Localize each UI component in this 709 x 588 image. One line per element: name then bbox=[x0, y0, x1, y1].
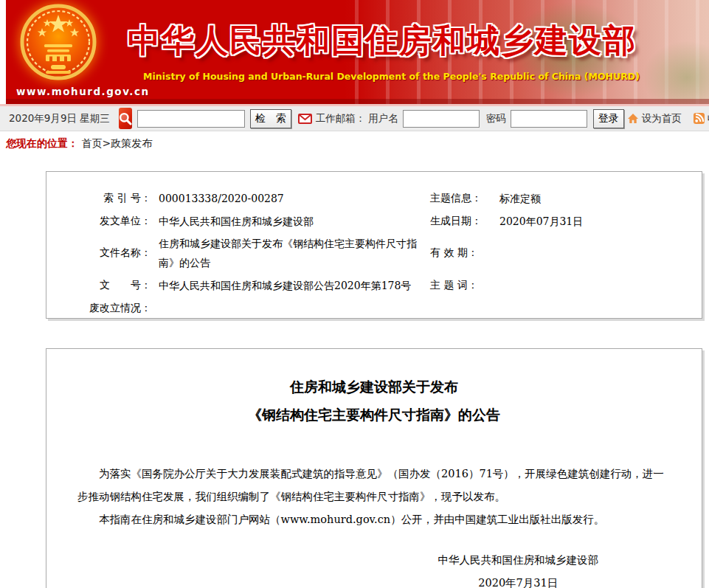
home-icon bbox=[627, 113, 639, 124]
announcement-body: 为落实《国务院办公厅关于大力发展装配式建筑的指导意见》（国办发（2016）71号… bbox=[77, 463, 665, 531]
meta-row-index-number: 索 引 号： 000013338/2020-00287 bbox=[61, 187, 430, 210]
meta-value: 000013338/2020-00287 bbox=[159, 189, 284, 208]
signature-date: 2020年7月31日 bbox=[438, 572, 599, 588]
set-homepage-label: 设为首页 bbox=[642, 112, 682, 125]
username-label: 用户名 bbox=[368, 112, 398, 125]
site-subtitle: Ministry of Housing and Urban-Rural Deve… bbox=[131, 71, 651, 82]
meta-label: 索 引 号： bbox=[61, 192, 151, 205]
metadata-right-column: 主题信息： 标准定额 生成日期： 2020年07月31日 有 效 期： 主 题 … bbox=[430, 187, 702, 318]
announcement-title-line2: 《钢结构住宅主要构件尺寸指南》的公告 bbox=[46, 401, 702, 429]
meta-label: 主题信息： bbox=[430, 192, 492, 205]
meta-label: 文 号： bbox=[61, 279, 151, 292]
rss-icon bbox=[694, 113, 705, 124]
search-button[interactable]: 检 索 bbox=[250, 109, 291, 128]
meta-label: 废改立情况： bbox=[61, 302, 151, 315]
header-bottom-band bbox=[6, 99, 709, 104]
announcement-paragraph: 为落实《国务院办公厅关于大力发展装配式建筑的指导意见》（国办发（2016）71号… bbox=[77, 463, 665, 508]
meta-row-topic-info: 主题信息： 标准定额 bbox=[430, 187, 702, 210]
meta-value: 住房和城乡建设部关于发布《钢结构住宅主要构件尺寸指南》的公告 bbox=[159, 234, 421, 272]
signature-organization: 中华人民共和国住房和城乡建设部 bbox=[438, 549, 599, 572]
search-icon[interactable] bbox=[119, 108, 132, 129]
favorite-link[interactable]: 收 bbox=[694, 112, 709, 125]
meta-row-issuing-unit: 发文单位： 中华人民共和国住房和城乡建设部 bbox=[61, 210, 430, 232]
breadcrumb-path[interactable]: 首页>政策发布 bbox=[81, 137, 152, 149]
meta-row-subject-words: 主 题 词： bbox=[430, 274, 702, 297]
set-homepage-link[interactable]: 设为首页 bbox=[627, 112, 682, 125]
username-input[interactable] bbox=[403, 110, 480, 128]
work-mailbox-label: 工作邮箱： bbox=[316, 112, 366, 125]
meta-value: 中华人民共和国住房和城乡建设部公告2020年第178号 bbox=[159, 276, 411, 295]
toolbar-right-links: 设为首页 收 bbox=[627, 112, 709, 125]
search-input[interactable] bbox=[137, 110, 245, 128]
breadcrumb-label: 您现在的位置： bbox=[6, 137, 78, 149]
meta-label: 发文单位： bbox=[61, 215, 151, 228]
meta-label: 有 效 期： bbox=[430, 246, 492, 260]
meta-label: 文件名称： bbox=[61, 246, 151, 260]
meta-row-repeal-status: 废改立情况： bbox=[61, 297, 430, 319]
meta-row-document-name: 文件名称： 住房和城乡建设部关于发布《钢结构住宅主要构件尺寸指南》的公告 bbox=[61, 232, 430, 274]
site-title: 中华人民共和国住房和城乡建设部 bbox=[128, 19, 637, 63]
signature-block: 中华人民共和国住房和城乡建设部 2020年7月31日 bbox=[438, 549, 599, 588]
metadata-left-column: 索 引 号： 000013338/2020-00287 发文单位： 中华人民共和… bbox=[61, 187, 430, 318]
breadcrumb: 您现在的位置： 首页>政策发布 bbox=[0, 131, 709, 155]
meta-value: 中华人民共和国住房和城乡建设部 bbox=[159, 212, 314, 231]
meta-row-validity-period: 有 效 期： bbox=[430, 232, 702, 274]
password-label: 密码 bbox=[486, 112, 506, 125]
meta-row-generated-date: 生成日期： 2020年07月31日 bbox=[430, 210, 702, 232]
mail-icon bbox=[298, 114, 312, 124]
announcement-title: 住房和城乡建设部关于发布 《钢结构住宅主要构件尺寸指南》的公告 bbox=[46, 373, 702, 429]
site-url: www.mohurd.gov.cn bbox=[16, 86, 150, 97]
current-date: 2020年9月9日 星期三 bbox=[9, 112, 110, 125]
announcement-panel: 住房和城乡建设部关于发布 《钢结构住宅主要构件尺寸指南》的公告 为落实《国务院办… bbox=[46, 348, 702, 588]
site-header: www.mohurd.gov.cn 中华人民共和国住房和城乡建设部 Minist… bbox=[6, 0, 709, 104]
password-input[interactable] bbox=[511, 110, 587, 128]
national-emblem-logo bbox=[19, 3, 97, 87]
announcement-title-line1: 住房和城乡建设部关于发布 bbox=[46, 373, 702, 401]
meta-value: 标准定额 bbox=[499, 189, 541, 208]
announcement-paragraph: 本指南在住房和城乡建设部门户网站（www.mohurd.gov.cn）公开，并由… bbox=[77, 508, 665, 531]
login-button[interactable]: 登录 bbox=[593, 109, 624, 128]
meta-label: 生成日期： bbox=[430, 215, 492, 228]
document-metadata-panel: 索 引 号： 000013338/2020-00287 发文单位： 中华人民共和… bbox=[46, 171, 702, 319]
meta-value: 2020年07月31日 bbox=[499, 212, 583, 231]
header-tree-image bbox=[643, 41, 709, 104]
meta-row-document-number: 文 号： 中华人民共和国住房和城乡建设部公告2020年第178号 bbox=[61, 274, 430, 297]
toolbar: 2020年9月9日 星期三 检 索 工作邮箱： 用户名 密码 登录 设为首页 bbox=[0, 104, 709, 131]
meta-label: 主 题 词： bbox=[430, 279, 492, 292]
